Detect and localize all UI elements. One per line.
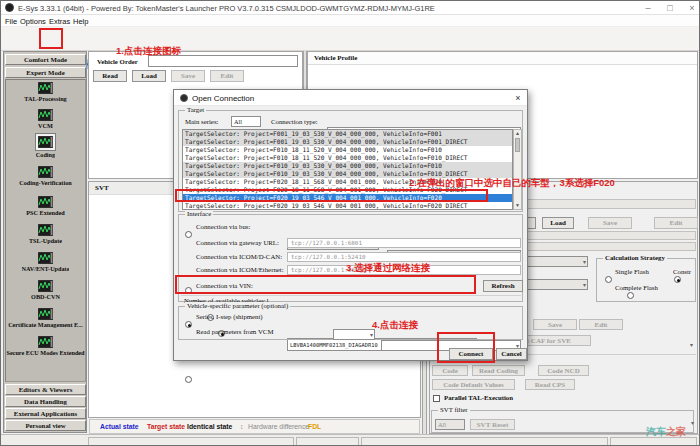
svt-reset-button: SVT Reset (470, 419, 515, 430)
menu-extras[interactable]: Extras (49, 17, 70, 26)
scroll-up-icon[interactable]: ▲ (514, 130, 521, 137)
scroll-down-icon[interactable]: ▼ (514, 202, 521, 209)
cancel-button[interactable]: Cancel (496, 348, 527, 360)
scrollbar-thumb[interactable] (515, 138, 520, 152)
constr-radio[interactable] (674, 276, 681, 283)
state-legend-bar: Actual state Target state Identical stat… (89, 419, 420, 434)
complete-flash-radio[interactable] (627, 292, 634, 299)
icom-dcan-field: tcp://127.0.0.1:52410 (287, 252, 521, 262)
ecu-monitor-icon (38, 224, 53, 236)
vehicle-order-read-button[interactable]: Read (93, 70, 127, 82)
main-series-label: Main series: (185, 118, 218, 125)
sidebar-item-vcm[interactable]: VCM (5, 109, 86, 129)
target-row[interactable]: TargetSelector: Project=F001_19_03_530_V… (183, 138, 512, 146)
annotation-step3: 3.选择通过网络连接 (346, 262, 430, 275)
connect-button[interactable]: Connect (449, 348, 493, 360)
sidebar-item-label: PSC Extended (26, 209, 64, 216)
annotation-box-connect-icon (39, 28, 63, 49)
sidebar: Comfort Mode Expert Mode TAL-Processing … (3, 51, 87, 433)
status-segment (361, 437, 608, 446)
ecu-monitor-icon (38, 308, 53, 320)
sidebar-item-tsl-update[interactable]: TSL-Update (5, 224, 86, 244)
code-default-values-button: Code Default Values (432, 379, 515, 390)
sidebar-item-label: OBD-CVN (31, 293, 60, 300)
sidebar-item-label: NAV/ENT-Update (22, 265, 70, 272)
legend-hardware-difference: Hardware difference (248, 423, 309, 430)
sidebar-item-certificate-management[interactable]: Certificate Management E... (5, 308, 86, 328)
svt-save-button: Save (533, 319, 577, 330)
annotation-step2: 2.在弹出的窗口中选中自己的车型，3系选择F020 (409, 177, 615, 190)
watermark: 汽车之家 (646, 425, 686, 439)
target-row[interactable]: TargetSelector: Project=F010_18_11_520_V… (183, 154, 512, 162)
menu-bar: File Options Extras Help (1, 15, 700, 27)
sidebar-item-tal-processing[interactable]: TAL-Processing (5, 82, 86, 102)
menu-options[interactable]: Options (20, 17, 46, 26)
ecu-monitor-icon (38, 196, 53, 208)
target-list-scrollbar[interactable]: ▲ ▼ (513, 129, 522, 210)
icom-dcan-label: Connection via ICOM/D-CAN: (196, 253, 282, 260)
vin-label: Connection via VIN: (196, 282, 253, 289)
open-connection-dialog: Open Connection × Target Main series: Al… (173, 89, 528, 361)
sidebar-personal-view-button[interactable]: Personal view (5, 420, 86, 431)
sidebar-item-nav-ent-update[interactable]: NAV/ENT-Update (5, 252, 86, 272)
istep-combo-1[interactable]: ▾ (333, 329, 375, 340)
read-vcm-radio[interactable] (185, 376, 192, 383)
gateway-url-field: tcp://127.0.0.1:6801 (287, 238, 521, 248)
read-vcm-label: Read parameters from VCM (196, 328, 273, 335)
refresh-button[interactable]: Refresh (483, 280, 523, 292)
bus-radio[interactable] (185, 231, 192, 238)
sidebar-item-label: Coding-Verification (19, 179, 71, 186)
watermark-part1: 汽车 (646, 426, 666, 437)
target-row-selected[interactable]: TargetSelector: Project=F020_19_03_546_V… (183, 194, 512, 202)
interface-group: Interface Connection via bus: ESXROVB un… (178, 214, 523, 302)
sidebar-item-secure-ecu-modes[interactable]: Secure ECU Modes Extended (5, 336, 86, 356)
profile-save-button: Save (588, 217, 632, 229)
single-flash-radio[interactable] (605, 276, 612, 283)
target-row[interactable]: TargetSelector: Project=F010_19_03_530_V… (183, 162, 512, 170)
connection-type-label: Connection type: (271, 118, 318, 125)
menu-help[interactable]: Help (73, 17, 88, 26)
annotation-step4: 4.点击连接 (372, 319, 418, 332)
dropdown-arrow-icon: ▾ (690, 341, 693, 348)
sidebar-item-label: TSL-Update (29, 237, 62, 244)
sidebar-item-psc-extended[interactable]: PSC Extended (5, 196, 86, 216)
status-segment (88, 437, 294, 446)
status-segment (296, 437, 359, 446)
dropdown-arrow-icon: ▾ (583, 258, 586, 264)
calculation-strategy-label: Calculation Strategy (603, 254, 667, 261)
target-row[interactable]: TargetSelector: Project=F001_19_03_530_V… (183, 130, 512, 138)
window-title: E-Sys 3.33.1 (64bit) - Powered By: Token… (18, 4, 435, 13)
main-series-combo[interactable]: All (231, 116, 261, 127)
vehicle-param-group: Vehicle-specific parameter (optional) Se… (178, 306, 523, 340)
menu-file[interactable]: File (5, 17, 17, 26)
app-logo-icon (5, 3, 14, 12)
profile-load-button[interactable]: Load (542, 217, 574, 229)
series-istep-radio[interactable] (185, 321, 192, 328)
dropdown-arrow-icon: ▾ (583, 281, 586, 287)
maximize-button[interactable]: □ (663, 2, 677, 14)
sidebar-item-coding[interactable]: Coding (5, 134, 86, 158)
complete-flash-label: Complete Flash (615, 284, 658, 291)
dialog-close-button[interactable]: × (512, 92, 524, 104)
legend-target-state: Target state (147, 423, 185, 430)
parallel-tal-checkbox[interactable] (433, 395, 440, 402)
vehicle-order-save-button: Save (171, 70, 205, 82)
target-row[interactable]: TargetSelector: Project=F020_19_03_546_V… (183, 202, 512, 210)
sidebar-expert-mode-button[interactable]: Expert Mode (5, 67, 86, 78)
status-bar (1, 434, 700, 446)
sidebar-item-label: Certificate Management E... (8, 321, 83, 328)
profile-edit-button: Edit (654, 217, 698, 229)
sidebar-comfort-mode-button[interactable]: Comfort Mode (5, 54, 86, 65)
target-row[interactable]: TargetSelector: Project=F010_18_11_520_V… (183, 146, 512, 154)
sidebar-external-applications-button[interactable]: External Applications (5, 408, 86, 419)
scroll-down-icon[interactable]: ▾ (691, 419, 694, 426)
minimize-button[interactable]: – (641, 2, 655, 14)
sidebar-item-obd-cvn[interactable]: OBD-CVN (5, 280, 86, 300)
vehicle-order-load-button[interactable]: Load (132, 70, 166, 82)
sidebar-data-handling-button[interactable]: Data Handling (5, 396, 86, 407)
gateway-url-radio[interactable] (185, 287, 192, 294)
close-button[interactable]: × (685, 2, 699, 14)
sidebar-item-coding-verification[interactable]: Coding-Verification (5, 166, 86, 186)
sidebar-editors-viewers-button[interactable]: Editors & Viewers (5, 384, 86, 395)
code-button: Code (432, 365, 468, 376)
